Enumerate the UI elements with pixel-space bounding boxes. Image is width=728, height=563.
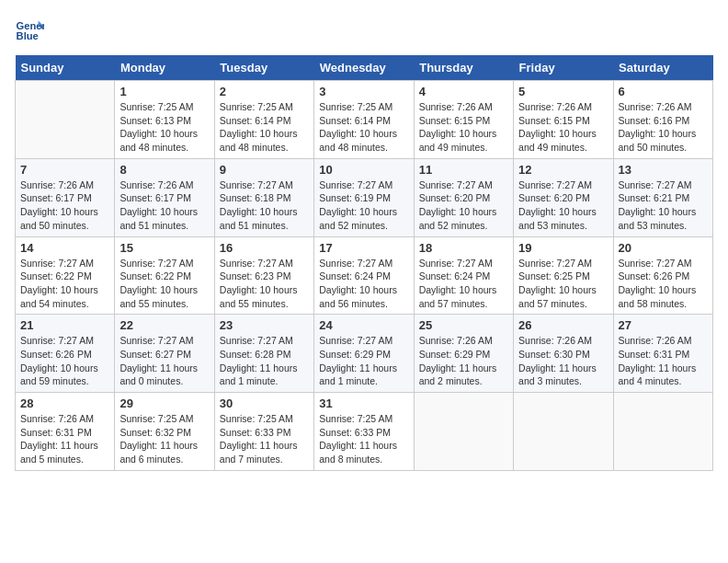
day-info: Sunrise: 7:27 AM Sunset: 6:26 PM Dayligh… xyxy=(20,334,109,388)
day-info: Sunrise: 7:26 AM Sunset: 6:17 PM Dayligh… xyxy=(119,178,209,233)
day-number: 31 xyxy=(319,396,408,410)
header: General Blue xyxy=(15,15,713,44)
day-info: Sunrise: 7:26 AM Sunset: 6:15 PM Dayligh… xyxy=(518,100,608,155)
calendar-cell: 5Sunrise: 7:26 AM Sunset: 6:15 PM Daylig… xyxy=(514,81,613,159)
calendar-cell: 10Sunrise: 7:27 AM Sunset: 6:19 PM Dayli… xyxy=(314,158,414,236)
calendar-header-row: SundayMondayTuesdayWednesdayThursdayFrid… xyxy=(16,55,713,81)
calendar-cell: 2Sunrise: 7:25 AM Sunset: 6:14 PM Daylig… xyxy=(214,81,313,159)
day-info: Sunrise: 7:27 AM Sunset: 6:25 PM Dayligh… xyxy=(518,257,608,311)
day-number: 30 xyxy=(220,396,309,410)
calendar-week-row: 28Sunrise: 7:26 AM Sunset: 6:31 PM Dayli… xyxy=(16,393,713,471)
day-info: Sunrise: 7:25 AM Sunset: 6:32 PM Dayligh… xyxy=(119,412,209,466)
calendar-cell: 1Sunrise: 7:25 AM Sunset: 6:13 PM Daylig… xyxy=(115,81,214,159)
day-info: Sunrise: 7:27 AM Sunset: 6:20 PM Dayligh… xyxy=(518,178,608,233)
calendar-week-row: 7Sunrise: 7:26 AM Sunset: 6:17 PM Daylig… xyxy=(16,158,713,236)
calendar-cell: 31Sunrise: 7:25 AM Sunset: 6:33 PM Dayli… xyxy=(314,393,414,471)
svg-text:Blue: Blue xyxy=(17,30,39,41)
day-number: 29 xyxy=(119,396,209,410)
calendar-cell: 15Sunrise: 7:27 AM Sunset: 6:22 PM Dayli… xyxy=(115,236,214,315)
day-info: Sunrise: 7:27 AM Sunset: 6:20 PM Dayligh… xyxy=(419,178,508,233)
day-info: Sunrise: 7:25 AM Sunset: 6:14 PM Dayligh… xyxy=(220,100,309,155)
day-number: 26 xyxy=(518,318,608,332)
calendar-cell: 17Sunrise: 7:27 AM Sunset: 6:24 PM Dayli… xyxy=(314,236,414,315)
day-header-sunday: Sunday xyxy=(16,55,115,81)
calendar-cell: 24Sunrise: 7:27 AM Sunset: 6:29 PM Dayli… xyxy=(314,315,414,393)
calendar-cell: 27Sunrise: 7:26 AM Sunset: 6:31 PM Dayli… xyxy=(613,315,712,393)
day-info: Sunrise: 7:27 AM Sunset: 6:22 PM Dayligh… xyxy=(20,257,109,311)
day-number: 15 xyxy=(119,241,209,255)
calendar-cell: 22Sunrise: 7:27 AM Sunset: 6:27 PM Dayli… xyxy=(115,315,214,393)
day-number: 27 xyxy=(619,318,708,332)
day-number: 3 xyxy=(319,85,408,98)
day-info: Sunrise: 7:26 AM Sunset: 6:31 PM Dayligh… xyxy=(20,412,109,466)
day-number: 12 xyxy=(518,163,608,177)
calendar-week-row: 1Sunrise: 7:25 AM Sunset: 6:13 PM Daylig… xyxy=(16,81,713,159)
day-info: Sunrise: 7:26 AM Sunset: 6:30 PM Dayligh… xyxy=(518,334,608,388)
logo-icon: General Blue xyxy=(15,15,44,44)
day-header-thursday: Thursday xyxy=(414,55,513,81)
day-number: 9 xyxy=(220,163,309,177)
day-number: 11 xyxy=(419,163,508,177)
calendar-cell xyxy=(414,393,513,471)
day-number: 19 xyxy=(518,241,608,255)
day-number: 22 xyxy=(119,318,209,332)
day-info: Sunrise: 7:27 AM Sunset: 6:18 PM Dayligh… xyxy=(220,178,309,233)
day-number: 18 xyxy=(419,241,508,255)
calendar-cell: 26Sunrise: 7:26 AM Sunset: 6:30 PM Dayli… xyxy=(514,315,613,393)
day-number: 17 xyxy=(319,241,408,255)
day-number: 7 xyxy=(20,163,109,177)
day-header-saturday: Saturday xyxy=(613,55,712,81)
calendar-cell: 11Sunrise: 7:27 AM Sunset: 6:20 PM Dayli… xyxy=(414,158,513,236)
day-info: Sunrise: 7:27 AM Sunset: 6:21 PM Dayligh… xyxy=(619,178,708,233)
day-info: Sunrise: 7:25 AM Sunset: 6:13 PM Dayligh… xyxy=(119,100,209,155)
day-header-tuesday: Tuesday xyxy=(214,55,313,81)
day-number: 20 xyxy=(619,241,708,255)
day-info: Sunrise: 7:27 AM Sunset: 6:28 PM Dayligh… xyxy=(220,334,309,388)
calendar-cell: 23Sunrise: 7:27 AM Sunset: 6:28 PM Dayli… xyxy=(214,315,313,393)
day-info: Sunrise: 7:27 AM Sunset: 6:23 PM Dayligh… xyxy=(220,257,309,311)
day-info: Sunrise: 7:26 AM Sunset: 6:15 PM Dayligh… xyxy=(419,100,508,155)
day-number: 1 xyxy=(119,85,209,98)
calendar-cell: 14Sunrise: 7:27 AM Sunset: 6:22 PM Dayli… xyxy=(16,236,115,315)
calendar-week-row: 14Sunrise: 7:27 AM Sunset: 6:22 PM Dayli… xyxy=(16,236,713,315)
calendar-cell xyxy=(16,81,115,159)
calendar-cell xyxy=(514,393,613,471)
day-info: Sunrise: 7:25 AM Sunset: 6:14 PM Dayligh… xyxy=(319,100,408,155)
calendar-cell: 30Sunrise: 7:25 AM Sunset: 6:33 PM Dayli… xyxy=(214,393,313,471)
day-header-monday: Monday xyxy=(115,55,214,81)
day-number: 25 xyxy=(419,318,508,332)
calendar-cell: 9Sunrise: 7:27 AM Sunset: 6:18 PM Daylig… xyxy=(214,158,313,236)
day-info: Sunrise: 7:27 AM Sunset: 6:19 PM Dayligh… xyxy=(319,178,408,233)
calendar-cell: 13Sunrise: 7:27 AM Sunset: 6:21 PM Dayli… xyxy=(613,158,712,236)
day-number: 5 xyxy=(518,85,608,98)
day-info: Sunrise: 7:25 AM Sunset: 6:33 PM Dayligh… xyxy=(220,412,309,466)
day-info: Sunrise: 7:27 AM Sunset: 6:29 PM Dayligh… xyxy=(319,334,408,388)
day-number: 4 xyxy=(419,85,508,98)
day-info: Sunrise: 7:27 AM Sunset: 6:27 PM Dayligh… xyxy=(119,334,209,388)
calendar-cell: 4Sunrise: 7:26 AM Sunset: 6:15 PM Daylig… xyxy=(414,81,513,159)
day-number: 13 xyxy=(619,163,708,177)
calendar-cell: 3Sunrise: 7:25 AM Sunset: 6:14 PM Daylig… xyxy=(314,81,414,159)
calendar-cell: 12Sunrise: 7:27 AM Sunset: 6:20 PM Dayli… xyxy=(514,158,613,236)
day-number: 23 xyxy=(220,318,309,332)
day-number: 28 xyxy=(20,396,109,410)
calendar-cell: 28Sunrise: 7:26 AM Sunset: 6:31 PM Dayli… xyxy=(16,393,115,471)
calendar-cell: 29Sunrise: 7:25 AM Sunset: 6:32 PM Dayli… xyxy=(115,393,214,471)
day-info: Sunrise: 7:27 AM Sunset: 6:26 PM Dayligh… xyxy=(619,257,708,311)
day-number: 10 xyxy=(319,163,408,177)
day-info: Sunrise: 7:26 AM Sunset: 6:29 PM Dayligh… xyxy=(419,334,508,388)
day-number: 16 xyxy=(220,241,309,255)
calendar-body: 1Sunrise: 7:25 AM Sunset: 6:13 PM Daylig… xyxy=(16,81,713,471)
day-info: Sunrise: 7:27 AM Sunset: 6:22 PM Dayligh… xyxy=(119,257,209,311)
calendar-cell: 19Sunrise: 7:27 AM Sunset: 6:25 PM Dayli… xyxy=(514,236,613,315)
calendar-cell: 6Sunrise: 7:26 AM Sunset: 6:16 PM Daylig… xyxy=(613,81,712,159)
calendar-cell: 8Sunrise: 7:26 AM Sunset: 6:17 PM Daylig… xyxy=(115,158,214,236)
day-info: Sunrise: 7:26 AM Sunset: 6:31 PM Dayligh… xyxy=(619,334,708,388)
day-number: 24 xyxy=(319,318,408,332)
calendar-cell: 21Sunrise: 7:27 AM Sunset: 6:26 PM Dayli… xyxy=(16,315,115,393)
day-header-friday: Friday xyxy=(514,55,613,81)
calendar-cell: 18Sunrise: 7:27 AM Sunset: 6:24 PM Dayli… xyxy=(414,236,513,315)
day-info: Sunrise: 7:25 AM Sunset: 6:33 PM Dayligh… xyxy=(319,412,408,466)
calendar-table: SundayMondayTuesdayWednesdayThursdayFrid… xyxy=(15,55,713,471)
day-number: 14 xyxy=(20,241,109,255)
